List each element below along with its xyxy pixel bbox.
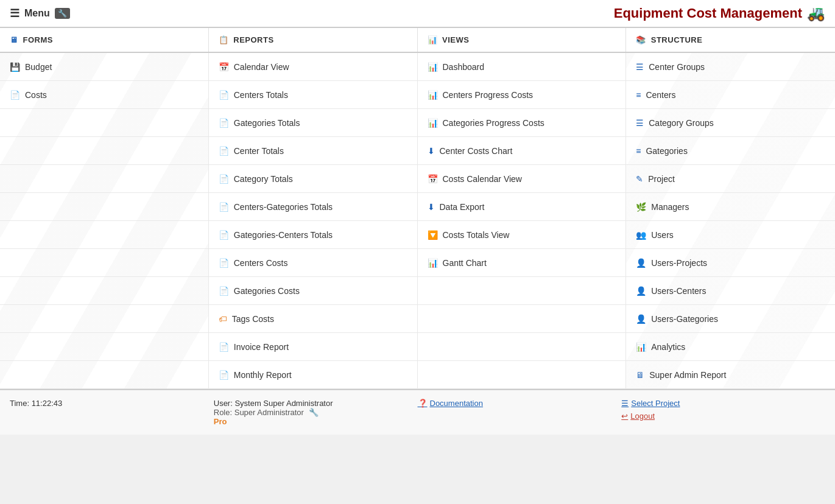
view-dashboard[interactable]: 📊 Dashboard [418,53,626,81]
structure-category-groups[interactable]: ☰ Category Groups [626,109,835,137]
views-empty-3 [418,333,626,361]
structure-column: ☰ Center Groups ≡ Centers ☰ Category Gro… [626,53,835,389]
app-title-text: Equipment Cost Management [614,5,802,21]
report-calendar-view[interactable]: 📅 Calendar View [209,53,417,81]
invoice-icon: 📄 [219,342,229,352]
costs-totals-icon: 🔽 [428,230,438,240]
nav-header-reports: 📋 REPORTS [209,28,418,52]
forms-budget[interactable]: 💾 Budget [0,53,208,81]
report-monthly[interactable]: 📄 Monthly Report [209,361,417,389]
structure-gategories[interactable]: ≡ Gategories [626,137,835,165]
structure-users-centers[interactable]: 👤 Users-Centers [626,277,835,305]
structure-users-gategories[interactable]: 👤 Users-Gategories [626,305,835,333]
reports-header-label: REPORTS [233,35,273,44]
report-invoice[interactable]: 📄 Invoice Report [209,333,417,361]
documentation-link[interactable]: ❓ Documentation [418,399,622,408]
report-centers-totals[interactable]: 📄 Centers Totals [209,81,417,109]
footer-user-info: User: System Super Administrator Role: S… [214,396,418,429]
tags-costs-icon: 🏷 [219,314,227,324]
report-gategories-costs[interactable]: 📄 Gategories Costs [209,277,417,305]
footer-docs: ❓ Documentation [418,396,622,410]
costs-label: Costs [25,90,47,100]
gategories-totals-label: Gategories Totals [234,118,300,128]
nav-header-views: 📊 VIEWS [418,28,627,52]
center-costs-chart-icon: ⬇ [428,146,435,156]
view-categories-progress[interactable]: 📊 Categories Progress Costs [418,109,626,137]
super-admin-report-label: Super Admin Report [649,370,726,380]
report-gategories-totals[interactable]: 📄 Gategories Totals [209,109,417,137]
category-groups-icon: ☰ [636,118,644,128]
forms-empty-7 [0,277,208,305]
view-centers-progress[interactable]: 📊 Centers Progress Costs [418,81,626,109]
report-gategories-centers-totals[interactable]: 📄 Gategories-Centers Totals [209,221,417,249]
structure-managers[interactable]: 🌿 Managers [626,193,835,221]
forms-empty-2 [0,137,208,165]
forms-empty-3 [0,165,208,193]
structure-users-projects[interactable]: 👤 Users-Projects [626,249,835,277]
structure-super-admin-report[interactable]: 🖥 Super Admin Report [626,361,835,389]
center-costs-chart-label: Center Costs Chart [440,146,513,156]
view-costs-totals[interactable]: 🔽 Costs Totals View [418,221,626,249]
centers-gategories-totals-icon: 📄 [219,202,229,212]
data-export-label: Data Export [440,202,485,212]
forms-header-icon: 🖥 [10,35,18,44]
pro-label: Pro [214,417,418,426]
report-center-totals[interactable]: 📄 Center Totals [209,137,417,165]
views-column: 📊 Dashboard 📊 Centers Progress Costs 📊 C… [418,53,627,389]
reports-header-icon: 📋 [219,35,229,44]
select-project-link[interactable]: ☰ Select Project [621,399,825,408]
gategories-totals-icon: 📄 [219,118,229,128]
monthly-icon: 📄 [219,370,229,380]
budget-label: Budget [25,62,52,72]
centers-costs-icon: 📄 [219,258,229,268]
nav-header-forms: 🖥 FORMS [0,28,209,52]
logout-link[interactable]: ↩ Logout [621,411,825,421]
centers-gategories-totals-label: Centers-Gategories Totals [234,202,333,212]
select-project-icon: ☰ [621,399,629,408]
dashboard-icon: 📊 [428,62,438,72]
structure-project[interactable]: ✎ Project [626,165,835,193]
report-centers-gategories-totals[interactable]: 📄 Centers-Gategories Totals [209,193,417,221]
view-gantt-chart[interactable]: 📊 Gantt Chart [418,249,626,277]
category-totals-icon: 📄 [219,174,229,184]
budget-icon: 💾 [10,62,20,72]
report-tags-costs[interactable]: 🏷 Tags Costs [209,305,417,333]
report-centers-costs[interactable]: 📄 Centers Costs [209,249,417,277]
centers-totals-icon: 📄 [219,90,229,100]
users-gategories-label: Users-Gategories [651,314,718,324]
categories-progress-icon: 📊 [428,118,438,128]
report-category-totals[interactable]: 📄 Category Totals [209,165,417,193]
super-admin-report-icon: 🖥 [636,370,644,380]
structure-centers[interactable]: ≡ Centers [626,81,835,109]
center-groups-icon: ☰ [636,62,644,72]
header: ☰ Menu 🔧 Equipment Cost Management 🚜 [0,0,835,28]
views-empty-1 [418,277,626,305]
structure-users[interactable]: 👥 Users [626,221,835,249]
menu-button[interactable]: ☰ Menu 🔧 [10,7,70,20]
users-icon: 👥 [636,230,646,240]
select-project-label: Select Project [631,399,680,408]
nav-header-structure: 📚 STRUCTURE [626,28,835,52]
managers-label: Managers [651,202,689,212]
centers-label: Centers [646,90,675,100]
footer: Time: 11:22:43 User: System Super Admini… [0,389,835,435]
forms-empty-9 [0,333,208,361]
forms-empty-8 [0,305,208,333]
gategories-icon: ≡ [636,146,641,156]
docs-label: Documentation [430,399,483,408]
project-label: Project [648,174,675,184]
tools-icon: 🔧 [55,8,70,19]
forms-empty-4 [0,193,208,221]
costs-calendar-label: Costs Calendar View [443,174,522,184]
forms-costs[interactable]: 📄 Costs [0,81,208,109]
view-costs-calendar[interactable]: 📅 Costs Calendar View [418,165,626,193]
structure-analytics[interactable]: 📊 Analytics [626,333,835,361]
users-projects-label: Users-Projects [651,258,707,268]
view-center-costs-chart[interactable]: ⬇ Center Costs Chart [418,137,626,165]
view-data-export[interactable]: ⬇ Data Export [418,193,626,221]
analytics-icon: 📊 [636,342,646,352]
gantt-chart-icon: 📊 [428,258,438,268]
structure-center-groups[interactable]: ☰ Center Groups [626,53,835,81]
views-header-icon: 📊 [428,35,438,44]
gategories-costs-icon: 📄 [219,286,229,296]
